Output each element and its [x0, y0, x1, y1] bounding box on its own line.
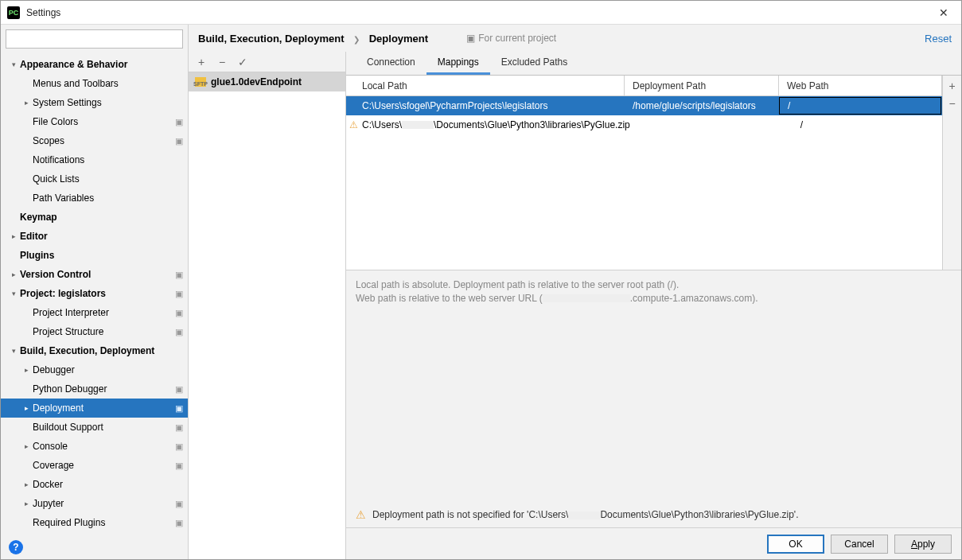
col-local-path[interactable]: Local Path: [346, 76, 625, 95]
sidebar-item[interactable]: Keymap: [1, 208, 188, 227]
sidebar-item-label: File Colors: [31, 116, 175, 127]
sidebar-item[interactable]: ▾Build, Execution, Deployment: [1, 341, 188, 360]
chevron-right-icon: ❯: [353, 35, 360, 44]
sidebar-item[interactable]: ▾Appearance & Behavior: [1, 55, 188, 74]
project-scope-icon: ▣: [175, 270, 183, 280]
sidebar-item[interactable]: Notifications: [1, 150, 188, 169]
sidebar-item-label: Quick Lists: [31, 173, 183, 185]
config-item-glue[interactable]: SFTP glue1.0devEndpoint: [189, 72, 345, 91]
project-scope-icon: ▣: [175, 422, 183, 433]
cell-web-path[interactable]: /: [779, 97, 941, 115]
sidebar-item[interactable]: Path Variables: [1, 189, 188, 208]
sidebar-item-label: System Settings: [31, 97, 183, 108]
ok-button[interactable]: OK: [767, 535, 824, 554]
project-scope-icon: ▣: [175, 308, 183, 318]
sidebar-item-label: Project: legislators: [18, 288, 175, 299]
sidebar-item-label: Keymap: [18, 212, 183, 223]
sidebar-item[interactable]: ▸System Settings: [1, 93, 188, 112]
mappings-table-area: Local Path Deployment Path Web Path C:\U…: [346, 76, 961, 270]
breadcrumb-part-2: Deployment: [369, 33, 428, 45]
add-row-icon[interactable]: +: [945, 79, 960, 93]
tab-excluded-paths[interactable]: Excluded Paths: [490, 52, 578, 75]
help-row: ?: [1, 535, 188, 559]
sidebar-item[interactable]: Required Plugins▣: [1, 513, 188, 532]
window-title: Settings: [26, 7, 60, 18]
chevron-icon: ▾: [9, 60, 18, 68]
chevron-icon: ▾: [9, 290, 18, 298]
warning-icon: ⚠: [349, 119, 358, 130]
add-icon[interactable]: +: [193, 54, 209, 70]
reset-link[interactable]: Reset: [925, 33, 952, 45]
sidebar-item-label: Coverage: [31, 460, 175, 471]
col-deployment-path[interactable]: Deployment Path: [625, 76, 779, 95]
cell-local-path[interactable]: C:\Users\sfogel\PycharmProjects\legislat…: [346, 100, 625, 111]
redacted-user: [568, 511, 600, 519]
table-row[interactable]: ⚠C:\Users\\Documents\Glue\Python3\librar…: [346, 115, 942, 134]
redacted-user: [402, 121, 434, 129]
sidebar-item[interactable]: ▸Jupyter▣: [1, 494, 188, 513]
chevron-icon: ▸: [9, 270, 18, 278]
help-icon[interactable]: ?: [9, 540, 23, 554]
table-body[interactable]: C:\Users\sfogel\PycharmProjects\legislat…: [346, 96, 942, 270]
warning-icon: ⚠: [356, 508, 366, 521]
dialog-body: 🔍 ▾Appearance & BehaviorMenus and Toolba…: [1, 25, 961, 559]
apply-button[interactable]: Apply: [894, 535, 952, 554]
sidebar-item[interactable]: ▸Version Control▣: [1, 265, 188, 284]
chevron-icon: ▸: [21, 99, 31, 107]
sidebar-item-label: Notifications: [31, 154, 183, 165]
search-input[interactable]: [6, 29, 183, 49]
sidebar-item[interactable]: Scopes▣: [1, 131, 188, 150]
config-list[interactable]: SFTP glue1.0devEndpoint: [189, 72, 345, 559]
sidebar-item-label: Jupyter: [31, 498, 175, 509]
project-scope-icon: ▣: [175, 441, 183, 452]
sidebar-item-label: Version Control: [18, 269, 175, 280]
col-web-path[interactable]: Web Path: [779, 76, 942, 95]
remove-row-icon[interactable]: −: [945, 96, 960, 111]
cell-deployment-path[interactable]: /home/glue/scripts/legislators: [625, 100, 779, 111]
info-line-1: Local path is absolute. Deployment path …: [356, 278, 952, 292]
sidebar-item[interactable]: ▸Debugger: [1, 360, 188, 379]
cell-local-path[interactable]: ⚠C:\Users\\Documents\Glue\Python3\librar…: [346, 119, 638, 130]
sidebar-item[interactable]: ▸Docker: [1, 475, 188, 494]
warning-text: Deployment path is not specified for 'C:…: [372, 509, 798, 520]
sidebar-item-label: Project Interpreter: [31, 307, 175, 318]
chevron-icon: ▸: [21, 500, 31, 508]
sidebar-item[interactable]: Quick Lists: [1, 169, 188, 189]
project-scope-icon: ▣: [175, 461, 183, 471]
check-icon[interactable]: ✓: [235, 54, 251, 70]
chevron-icon: ▸: [21, 404, 31, 412]
sidebar-item[interactable]: Python Debugger▣: [1, 379, 188, 399]
sidebar-item[interactable]: ▸Editor: [1, 227, 188, 246]
cell-web-path[interactable]: /: [793, 116, 942, 134]
detail-panel: Connection Mappings Excluded Paths Local…: [346, 52, 961, 559]
sidebar-item[interactable]: ▾Project: legislators▣: [1, 284, 188, 303]
sidebar-item[interactable]: Menus and Toolbars: [1, 74, 188, 93]
breadcrumb-part-1: Build, Execution, Deployment: [198, 33, 344, 45]
chevron-icon: ▸: [21, 480, 31, 488]
sidebar-item[interactable]: ▸Deployment▣: [1, 399, 188, 418]
info-line-2: Web path is relative to the web server U…: [356, 292, 952, 305]
for-current-project-label: ▣ For current project: [466, 33, 556, 44]
sidebar-item[interactable]: ▸Console▣: [1, 437, 188, 456]
remove-icon[interactable]: −: [214, 54, 230, 70]
sidebar-item[interactable]: Project Structure▣: [1, 322, 188, 341]
table-row[interactable]: C:\Users\sfogel\PycharmProjects\legislat…: [346, 96, 942, 115]
project-scope-icon: ▣: [175, 499, 183, 509]
titlebar: PC Settings ✕: [1, 1, 961, 25]
table-header: Local Path Deployment Path Web Path: [346, 76, 942, 96]
sidebar-item[interactable]: Plugins: [1, 246, 188, 265]
sidebar-item[interactable]: Project Interpreter▣: [1, 303, 188, 322]
chevron-icon: ▸: [9, 232, 18, 240]
sidebar-item-label: Path Variables: [31, 192, 183, 204]
sidebar-item-label: Project Structure: [31, 326, 175, 337]
tab-mappings[interactable]: Mappings: [426, 52, 490, 75]
tab-connection[interactable]: Connection: [356, 52, 426, 75]
sidebar-item[interactable]: File Colors▣: [1, 112, 188, 131]
cancel-button[interactable]: Cancel: [831, 535, 888, 554]
settings-tree[interactable]: ▾Appearance & BehaviorMenus and Toolbars…: [1, 53, 188, 535]
sidebar-item-label: Menus and Toolbars: [31, 78, 183, 89]
sidebar-item[interactable]: Buildout Support▣: [1, 418, 188, 437]
sidebar-item[interactable]: Coverage▣: [1, 456, 188, 475]
paths-table: Local Path Deployment Path Web Path C:\U…: [346, 76, 942, 270]
close-icon[interactable]: ✕: [933, 3, 955, 22]
